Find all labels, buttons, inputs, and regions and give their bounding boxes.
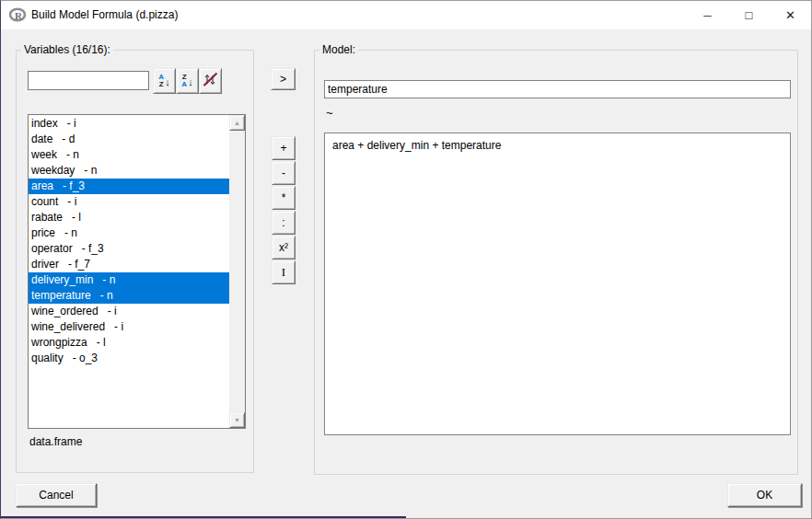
variables-group-title: Variables (16/16): [21, 43, 113, 56]
variable-item-price[interactable]: price - n [29, 225, 229, 241]
sort-ascending-button[interactable]: A Z ↓ [153, 68, 176, 94]
titlebar[interactable]: R Build Model Formula (d.pizza) ─ □ ✕ [1, 1, 811, 29]
background-window-edge [1, 516, 406, 518]
window-controls: ─ □ ✕ [687, 1, 811, 29]
minimize-icon[interactable]: ─ [687, 1, 728, 29]
sort-original-order-button[interactable] [199, 68, 222, 94]
op-square-button[interactable]: x² [272, 236, 296, 260]
variables-group: Variables (16/16): A Z ↓ Z A ↓ [16, 50, 254, 473]
ok-button[interactable]: OK [727, 483, 802, 507]
op-times-button[interactable]: * [272, 186, 296, 210]
tilde-label: ~ [326, 106, 333, 120]
variable-item-rabate[interactable]: rabate - l [29, 210, 229, 225]
variable-item-operator[interactable]: operator - f_3 [29, 241, 229, 257]
cancel-button[interactable]: Cancel [16, 483, 97, 507]
maximize-icon[interactable]: □ [728, 1, 770, 29]
build-model-formula-dialog: R Build Model Formula (d.pizza) ─ □ ✕ Va… [0, 0, 812, 519]
crossed-sort-arrows-icon [203, 72, 218, 90]
model-group: Model: ~ [314, 50, 798, 475]
variable-item-area[interactable]: area - f_3 [29, 179, 229, 194]
transfer-button[interactable]: > [271, 68, 296, 90]
operator-buttons: +-*:x²I [272, 136, 296, 284]
op-identity-button[interactable]: I [272, 260, 296, 284]
variable-item-driver[interactable]: driver - f_7 [29, 257, 229, 272]
r-logo-icon: R [9, 7, 27, 23]
response-variable-input[interactable] [324, 80, 791, 98]
variable-item-date[interactable]: date - d [29, 132, 229, 147]
down-arrow-icon: ↓ [188, 76, 193, 87]
op-minus-button[interactable]: - [272, 161, 296, 185]
variable-item-week[interactable]: week - n [29, 147, 229, 163]
variable-item-temperature[interactable]: temperature - n [29, 288, 229, 304]
formula-textarea[interactable] [324, 133, 791, 435]
sort-za-icon: Z A [181, 74, 187, 88]
dataframe-label: data.frame [29, 435, 82, 448]
variable-item-quality[interactable]: quality - o_3 [29, 351, 229, 366]
variables-listbox[interactable]: index - idate - dweek - nweekday - narea… [28, 114, 246, 429]
op-colon-button[interactable]: : [272, 211, 296, 235]
close-icon[interactable]: ✕ [770, 1, 811, 29]
listbox-scrollbar[interactable]: ▲ ▼ [229, 115, 245, 428]
svg-text:R: R [15, 10, 23, 21]
variable-item-wrongpizza[interactable]: wrongpizza - l [29, 335, 229, 351]
op-plus-button[interactable]: + [272, 136, 296, 160]
variable-item-weekday[interactable]: weekday - n [29, 163, 229, 179]
variable-item-wine_delivered[interactable]: wine_delivered - i [29, 319, 229, 335]
sort-az-icon: A Z [158, 74, 164, 88]
variable-item-delivery_min[interactable]: delivery_min - n [29, 272, 229, 288]
scroll-down-icon[interactable]: ▼ [229, 412, 245, 428]
window-title: Build Model Formula (d.pizza) [31, 8, 178, 21]
variable-filter-input[interactable] [28, 71, 149, 90]
sort-descending-button[interactable]: Z A ↓ [176, 68, 199, 94]
scroll-up-icon[interactable]: ▲ [229, 115, 245, 131]
sort-buttons: A Z ↓ Z A ↓ [153, 68, 222, 94]
variable-item-index[interactable]: index - i [29, 116, 229, 132]
variable-item-wine_ordered[interactable]: wine_ordered - i [29, 304, 229, 319]
model-group-title: Model: [319, 43, 358, 56]
down-arrow-icon: ↓ [165, 76, 170, 87]
variable-item-count[interactable]: count - i [29, 194, 229, 210]
